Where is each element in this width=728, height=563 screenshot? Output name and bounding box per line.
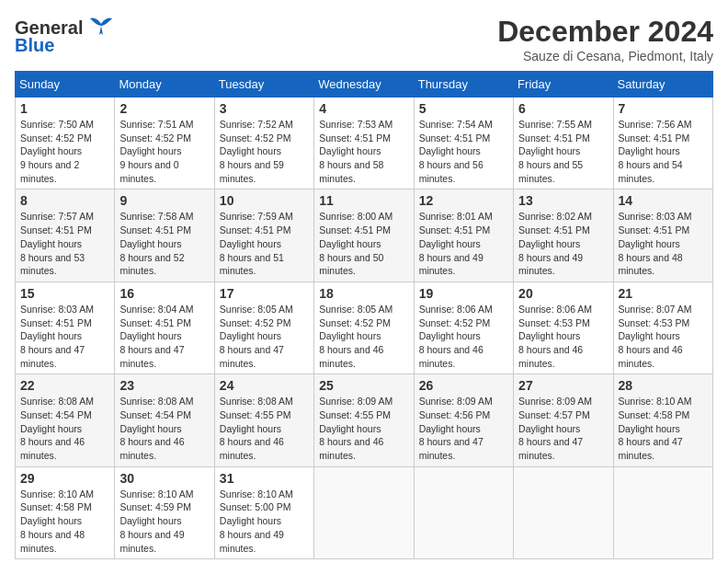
- column-header-monday: Monday: [115, 72, 214, 98]
- day-cell-20: 20 Sunrise: 8:06 AM Sunset: 4:53 PM Dayl…: [514, 282, 613, 373]
- column-header-thursday: Thursday: [414, 72, 513, 98]
- day-number: 25: [319, 378, 408, 393]
- day-cell-7: 7 Sunrise: 7:56 AM Sunset: 4:51 PM Dayli…: [613, 98, 712, 190]
- day-info: Sunrise: 8:10 AM Sunset: 4:59 PM Dayligh…: [119, 488, 193, 554]
- day-number: 7: [619, 101, 708, 116]
- day-number: 6: [518, 101, 608, 116]
- day-number: 12: [419, 193, 508, 208]
- day-info: Sunrise: 8:05 AM Sunset: 4:52 PM Dayligh…: [220, 304, 293, 369]
- day-cell-8: 8 Sunrise: 7:57 AM Sunset: 4:51 PM Dayli…: [16, 190, 115, 282]
- day-info: Sunrise: 7:56 AM Sunset: 4:51 PM Dayligh…: [619, 119, 692, 184]
- week-row-2: 8 Sunrise: 7:57 AM Sunset: 4:51 PM Dayli…: [16, 190, 713, 282]
- day-info: Sunrise: 8:10 AM Sunset: 5:00 PM Dayligh…: [220, 488, 293, 554]
- day-cell-28: 28 Sunrise: 8:10 AM Sunset: 4:58 PM Dayl…: [613, 374, 712, 466]
- day-cell-11: 11 Sunrise: 8:00 AM Sunset: 4:51 PM Dayl…: [314, 190, 414, 282]
- day-number: 9: [119, 193, 209, 208]
- day-cell-5: 5 Sunrise: 7:54 AM Sunset: 4:51 PM Dayli…: [414, 98, 513, 190]
- day-info: Sunrise: 8:04 AM Sunset: 4:51 PM Dayligh…: [119, 304, 193, 369]
- day-info: Sunrise: 7:51 AM Sunset: 4:52 PM Dayligh…: [119, 119, 193, 184]
- logo: General Blue: [15, 15, 116, 56]
- week-row-3: 15 Sunrise: 8:03 AM Sunset: 4:51 PM Dayl…: [16, 282, 713, 373]
- header-row: SundayMondayTuesdayWednesdayThursdayFrid…: [16, 72, 713, 98]
- column-header-friday: Friday: [514, 72, 613, 98]
- day-cell-9: 9 Sunrise: 7:58 AM Sunset: 4:51 PM Dayli…: [115, 190, 214, 282]
- day-number: 3: [220, 101, 309, 116]
- week-row-4: 22 Sunrise: 8:08 AM Sunset: 4:54 PM Dayl…: [16, 374, 713, 466]
- day-number: 23: [119, 378, 209, 393]
- day-cell-30: 30 Sunrise: 8:10 AM Sunset: 4:59 PM Dayl…: [115, 466, 214, 558]
- day-cell-18: 18 Sunrise: 8:05 AM Sunset: 4:52 PM Dayl…: [314, 282, 414, 373]
- day-number: 4: [319, 101, 408, 116]
- day-info: Sunrise: 7:55 AM Sunset: 4:51 PM Dayligh…: [518, 119, 592, 184]
- day-info: Sunrise: 7:53 AM Sunset: 4:51 PM Dayligh…: [319, 119, 392, 184]
- day-info: Sunrise: 7:59 AM Sunset: 4:51 PM Dayligh…: [220, 211, 293, 276]
- day-number: 13: [518, 193, 608, 208]
- day-number: 27: [518, 378, 608, 393]
- day-number: 18: [319, 286, 408, 301]
- day-cell-22: 22 Sunrise: 8:08 AM Sunset: 4:54 PM Dayl…: [16, 374, 115, 466]
- day-info: Sunrise: 7:54 AM Sunset: 4:51 PM Dayligh…: [419, 119, 493, 184]
- day-info: Sunrise: 7:58 AM Sunset: 4:51 PM Dayligh…: [119, 211, 193, 276]
- day-info: Sunrise: 8:09 AM Sunset: 4:57 PM Dayligh…: [518, 396, 592, 461]
- week-row-1: 1 Sunrise: 7:50 AM Sunset: 4:52 PM Dayli…: [16, 98, 713, 190]
- day-cell-25: 25 Sunrise: 8:09 AM Sunset: 4:55 PM Dayl…: [314, 374, 414, 466]
- day-cell-29: 29 Sunrise: 8:10 AM Sunset: 4:58 PM Dayl…: [16, 466, 115, 558]
- day-cell-12: 12 Sunrise: 8:01 AM Sunset: 4:51 PM Dayl…: [414, 190, 513, 282]
- empty-cell: [514, 466, 613, 558]
- day-cell-10: 10 Sunrise: 7:59 AM Sunset: 4:51 PM Dayl…: [214, 190, 313, 282]
- day-info: Sunrise: 8:08 AM Sunset: 4:54 PM Dayligh…: [119, 396, 193, 461]
- day-number: 19: [419, 286, 508, 301]
- day-info: Sunrise: 8:01 AM Sunset: 4:51 PM Dayligh…: [419, 211, 493, 276]
- day-cell-3: 3 Sunrise: 7:52 AM Sunset: 4:52 PM Dayli…: [214, 98, 313, 190]
- week-row-5: 29 Sunrise: 8:10 AM Sunset: 4:58 PM Dayl…: [16, 466, 713, 558]
- column-header-wednesday: Wednesday: [314, 72, 414, 98]
- day-number: 14: [619, 193, 708, 208]
- page-header: General Blue December 2024 Sauze di Cesa…: [15, 15, 713, 63]
- day-info: Sunrise: 8:09 AM Sunset: 4:56 PM Dayligh…: [419, 396, 493, 461]
- day-number: 21: [619, 286, 708, 301]
- day-info: Sunrise: 8:09 AM Sunset: 4:55 PM Dayligh…: [319, 396, 392, 461]
- day-number: 2: [119, 101, 209, 116]
- column-header-saturday: Saturday: [613, 72, 712, 98]
- day-number: 16: [119, 286, 209, 301]
- calendar-table: SundayMondayTuesdayWednesdayThursdayFrid…: [15, 71, 713, 559]
- day-cell-6: 6 Sunrise: 7:55 AM Sunset: 4:51 PM Dayli…: [514, 98, 613, 190]
- empty-cell: [613, 466, 712, 558]
- day-cell-1: 1 Sunrise: 7:50 AM Sunset: 4:52 PM Dayli…: [16, 98, 115, 190]
- day-number: 28: [619, 378, 708, 393]
- day-cell-16: 16 Sunrise: 8:04 AM Sunset: 4:51 PM Dayl…: [115, 282, 214, 373]
- day-cell-15: 15 Sunrise: 8:03 AM Sunset: 4:51 PM Dayl…: [16, 282, 115, 373]
- day-info: Sunrise: 8:10 AM Sunset: 4:58 PM Dayligh…: [20, 488, 94, 554]
- day-number: 15: [20, 286, 109, 301]
- day-number: 5: [419, 101, 508, 116]
- day-info: Sunrise: 8:06 AM Sunset: 4:52 PM Dayligh…: [419, 304, 493, 369]
- day-info: Sunrise: 8:03 AM Sunset: 4:51 PM Dayligh…: [20, 304, 94, 369]
- day-info: Sunrise: 8:10 AM Sunset: 4:58 PM Dayligh…: [619, 396, 692, 461]
- logo-bird-icon: [86, 15, 116, 40]
- day-number: 22: [20, 378, 109, 393]
- day-cell-19: 19 Sunrise: 8:06 AM Sunset: 4:52 PM Dayl…: [414, 282, 513, 373]
- day-cell-2: 2 Sunrise: 7:51 AM Sunset: 4:52 PM Dayli…: [115, 98, 214, 190]
- day-cell-17: 17 Sunrise: 8:05 AM Sunset: 4:52 PM Dayl…: [214, 282, 313, 373]
- day-cell-26: 26 Sunrise: 8:09 AM Sunset: 4:56 PM Dayl…: [414, 374, 513, 466]
- title-block: December 2024 Sauze di Cesana, Piedmont,…: [497, 15, 713, 63]
- day-cell-4: 4 Sunrise: 7:53 AM Sunset: 4:51 PM Dayli…: [314, 98, 414, 190]
- day-info: Sunrise: 7:57 AM Sunset: 4:51 PM Dayligh…: [20, 211, 94, 276]
- day-number: 11: [319, 193, 408, 208]
- day-number: 29: [20, 471, 109, 486]
- day-number: 31: [220, 471, 309, 486]
- day-number: 24: [220, 378, 309, 393]
- day-info: Sunrise: 8:03 AM Sunset: 4:51 PM Dayligh…: [619, 211, 692, 276]
- day-info: Sunrise: 7:50 AM Sunset: 4:52 PM Dayligh…: [20, 119, 94, 184]
- day-info: Sunrise: 8:08 AM Sunset: 4:55 PM Dayligh…: [220, 396, 293, 461]
- day-cell-21: 21 Sunrise: 8:07 AM Sunset: 4:53 PM Dayl…: [613, 282, 712, 373]
- day-cell-13: 13 Sunrise: 8:02 AM Sunset: 4:51 PM Dayl…: [514, 190, 613, 282]
- day-info: Sunrise: 8:05 AM Sunset: 4:52 PM Dayligh…: [319, 304, 392, 369]
- calendar-title: December 2024: [497, 15, 713, 49]
- day-info: Sunrise: 7:52 AM Sunset: 4:52 PM Dayligh…: [220, 119, 293, 184]
- day-cell-31: 31 Sunrise: 8:10 AM Sunset: 5:00 PM Dayl…: [214, 466, 313, 558]
- day-cell-24: 24 Sunrise: 8:08 AM Sunset: 4:55 PM Dayl…: [214, 374, 313, 466]
- day-info: Sunrise: 8:08 AM Sunset: 4:54 PM Dayligh…: [20, 396, 94, 461]
- day-number: 17: [220, 286, 309, 301]
- day-number: 10: [220, 193, 309, 208]
